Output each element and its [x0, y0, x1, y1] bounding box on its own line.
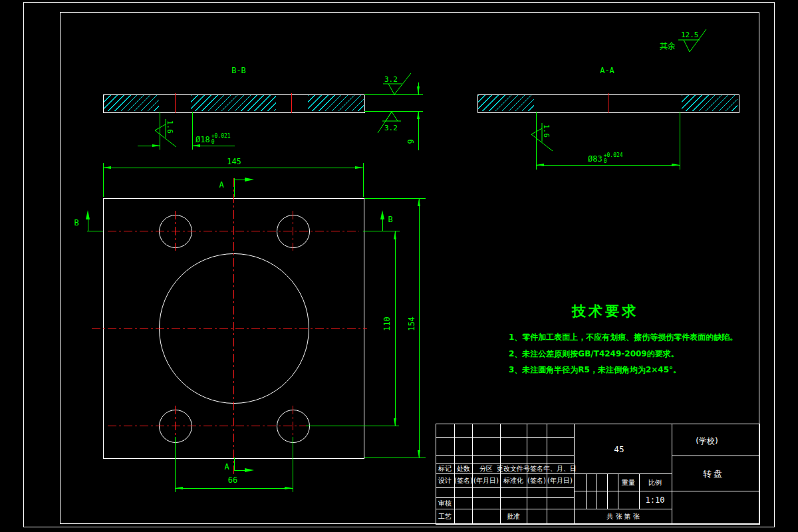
- bore-centerline: [608, 93, 608, 113]
- dim-line: [536, 165, 680, 166]
- roughness-symbol-general: 12.5: [674, 28, 708, 56]
- cad-drawing-sheet: 其余 12.5 B-B Ø18 +0.0210 1.6 3.2 3.2 9: [0, 0, 798, 532]
- tech-requirement-item: 2、未注公差原则按GB/T4249-2009的要求。: [509, 348, 679, 360]
- svg-text:12.5: 12.5: [681, 31, 699, 39]
- dim-value: Ø18: [196, 135, 210, 144]
- tech-requirements-title: 技术要求: [572, 302, 638, 321]
- tb-rev-header: 年、月、日: [543, 464, 577, 473]
- tb-approve-label: 批准: [507, 512, 520, 521]
- tb-design-row: (签名): [527, 476, 546, 485]
- dim-arrow: [394, 418, 396, 426]
- tb-rev-header: 处数: [457, 464, 470, 473]
- hole-centerline: [175, 93, 176, 113]
- width-dim: 145: [227, 157, 241, 166]
- bolt-hole: [277, 215, 310, 248]
- hole-crosshair: [293, 211, 293, 251]
- dim-arrow: [418, 450, 420, 458]
- section-marker-line: [88, 218, 88, 231]
- tolerance-stack: +0.0210: [211, 134, 231, 145]
- tb-design-row: 标准化: [503, 476, 523, 485]
- other-surfaces-label: 其余: [660, 41, 676, 52]
- dim-arrow: [417, 86, 420, 94]
- roughness-symbol-3_2-top: 3.2: [382, 73, 412, 96]
- svg-text:1.6: 1.6: [542, 124, 551, 138]
- section-marker-a-label: A: [224, 462, 229, 471]
- section-bb-label: B-B: [231, 66, 246, 75]
- center-bore-circle: [159, 253, 309, 404]
- tolerance-stack: +0.0240: [604, 153, 623, 164]
- dim-line: [103, 168, 363, 168]
- roughness-bore-wrap: 1.6: [526, 122, 553, 152]
- tb-rev-header: 分区: [479, 464, 493, 473]
- extension-line: [364, 111, 423, 112]
- hatch-segment: [682, 95, 737, 111]
- thickness-dim: 9: [406, 139, 416, 144]
- bolt-hole: [159, 215, 192, 248]
- tb-school: (学校): [696, 436, 718, 447]
- tb-design-row: 设计: [438, 476, 452, 485]
- tech-requirement-item: 1、零件加工表面上，不应有划痕、擦伤等损伤零件表面的缺陷。: [509, 332, 737, 343]
- tb-process-label: 工艺: [438, 512, 452, 521]
- section-marker-b-label: B: [74, 218, 78, 227]
- section-marker-arrow: [245, 178, 254, 182]
- tb-rev-header: 签名: [530, 464, 543, 473]
- dim-arrow: [355, 166, 363, 169]
- dim-arrow: [103, 166, 111, 169]
- hatch-segment: [104, 95, 159, 111]
- svg-text:1.6: 1.6: [166, 120, 174, 134]
- title-block-line: [436, 509, 672, 509]
- svg-text:3.2: 3.2: [384, 124, 398, 132]
- extension-line: [364, 458, 426, 458]
- title-block-line: [436, 487, 574, 488]
- tb-scale-label: 比例: [648, 478, 662, 487]
- section-marker-arrow: [86, 210, 90, 219]
- dim-value: Ø83: [588, 154, 602, 164]
- hole-span-x-dim: 66: [228, 475, 237, 485]
- section-marker-arrow: [380, 210, 384, 219]
- tb-design-row: (年月日): [547, 476, 573, 485]
- extension-line: [364, 198, 426, 199]
- section-marker-line: [234, 178, 235, 197]
- tb-weight-label: 重量: [622, 478, 635, 487]
- dim-arrow: [536, 164, 544, 166]
- tb-part-name: 转盘: [703, 468, 724, 480]
- tb-sheets: 共 张 第 张: [606, 512, 640, 521]
- hole-crosshair: [175, 211, 176, 251]
- title-block-line: [436, 455, 574, 456]
- section-aa-label: A-A: [600, 66, 614, 75]
- section-marker-a-label: A: [219, 180, 223, 190]
- hole-span-y-dim: 110: [382, 317, 392, 331]
- height-dim: 154: [407, 317, 416, 331]
- section-marker-line: [234, 458, 235, 471]
- extension-line: [306, 426, 399, 426]
- centerline-v: [233, 178, 234, 475]
- roughness-symbol-1_6: 1.6: [526, 122, 553, 152]
- dim-line: [395, 231, 396, 426]
- section-marker-line: [363, 231, 400, 231]
- title-block-line: [436, 497, 574, 498]
- bore-diameter-dim: Ø83 +0.0240: [588, 153, 623, 164]
- tol-lower: 0: [211, 140, 231, 146]
- title-block-line: [574, 491, 759, 491]
- tech-requirement-item: 3、未注圆角半径为R5，未注倒角均为2×45°。: [509, 364, 681, 376]
- dim-line: [419, 198, 420, 458]
- title-block-line: [672, 456, 759, 456]
- bolt-hole: [159, 410, 192, 443]
- tb-material: 45: [614, 445, 624, 454]
- section-marker-b-label: B: [388, 215, 392, 224]
- dim-arrow: [175, 487, 183, 489]
- extension-line: [293, 437, 293, 492]
- title-block-line: [672, 424, 672, 523]
- dim-arrow: [394, 231, 396, 239]
- title-block-line: [436, 437, 574, 438]
- section-marker-line: [382, 218, 383, 231]
- hatch-segment: [191, 95, 276, 111]
- extension-line: [364, 94, 423, 95]
- svg-text:3.2: 3.2: [384, 75, 398, 84]
- tb-design-row: (签名): [454, 476, 473, 485]
- dim-arrow: [285, 487, 293, 489]
- hole-centerline: [291, 93, 292, 113]
- tb-rev-header: 标记: [438, 464, 452, 473]
- bolt-hole: [277, 410, 310, 443]
- tb-design-row: (年月日): [473, 476, 499, 485]
